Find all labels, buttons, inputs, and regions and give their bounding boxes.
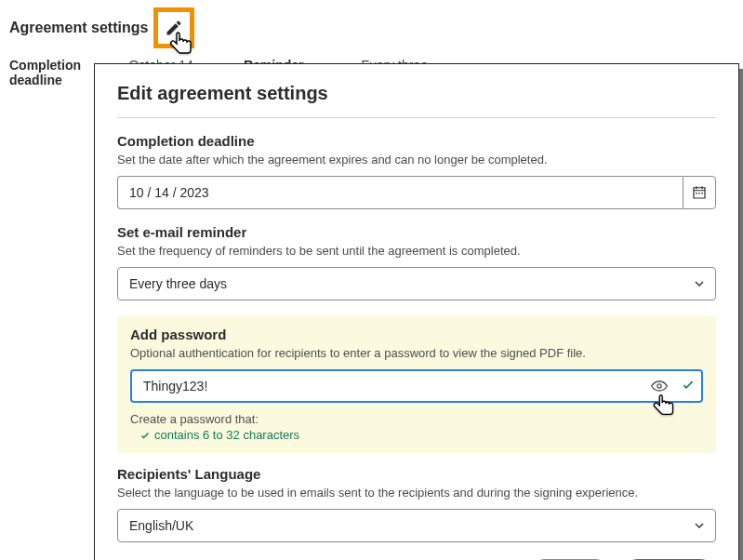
password-title: Add password [130,327,703,342]
dialog-title: Edit agreement settings [117,83,716,104]
password-section: Add password Optional authentication for… [117,315,716,453]
divider [117,117,716,118]
pencil-icon [165,19,183,37]
password-rule-text: contains 6 to 32 characters [154,428,299,442]
edit-settings-dialog: Edit agreement settings Completion deadl… [94,63,739,560]
language-help: Select the language to be used in emails… [117,486,716,500]
password-hint: Create a password that: [130,412,703,426]
reminder-help: Set the frequency of reminders to be sen… [117,244,716,258]
deadline-title: Completion deadline [117,133,716,149]
svg-point-3 [657,384,661,388]
eye-icon [650,377,669,395]
svg-rect-1 [698,193,700,194]
reminder-title: Set e-mail reminder [117,224,716,240]
check-icon [139,430,151,441]
password-rule: contains 6 to 32 characters [130,428,703,442]
page-title: Agreement settings [9,20,148,36]
language-title: Recipients' Language [117,466,716,482]
edit-settings-button[interactable] [153,7,194,48]
recipients-language-select[interactable]: English/UK [117,509,716,542]
calendar-button[interactable] [683,176,716,209]
toggle-password-visibility-button[interactable] [649,376,670,396]
svg-rect-0 [696,193,697,194]
password-valid-check-icon [681,378,696,395]
recipients-language-value: English/UK [129,518,193,533]
language-section: Recipients' Language Select the language… [117,466,716,542]
deadline-date-input[interactable] [117,176,683,209]
svg-rect-2 [701,193,703,194]
reminder-frequency-value: Every three days [129,276,227,291]
password-help: Optional authentication for recipients t… [130,346,703,360]
deadline-help: Set the date after which the agreement e… [117,153,716,167]
deadline-section: Completion deadline Set the date after w… [117,133,716,209]
calendar-icon [691,184,708,201]
reminder-section: Set e-mail reminder Set the frequency of… [117,224,716,300]
password-input[interactable] [130,369,703,403]
reminder-frequency-select[interactable]: Every three days [117,267,716,300]
